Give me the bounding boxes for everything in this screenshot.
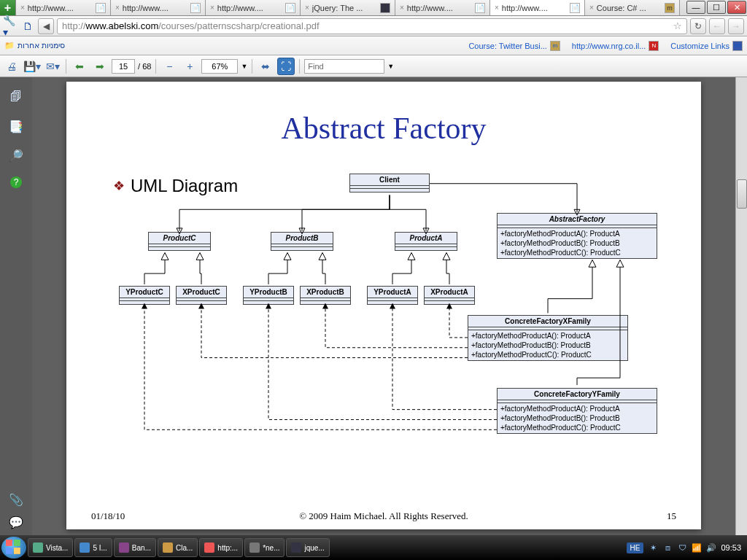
uml-diagram: Client ProductC ProductB ProductA YProdu…: [88, 169, 679, 500]
uml-xproductC: XProductC: [176, 286, 227, 305]
svg-rect-21: [14, 548, 20, 554]
taskbar-item-2[interactable]: Ban...: [114, 538, 156, 557]
uml-abstract-factory: AbstractFactory +factoryMethodProductA()…: [497, 213, 657, 259]
svg-rect-19: [14, 540, 20, 546]
pdf-toolbar: 🖨 💾▾ ✉▾ ⬅ ➡ / 68 − + ▼ ⬌ ⛶ ▼: [0, 55, 747, 77]
taskbar-item-0[interactable]: Vista...: [28, 538, 73, 557]
taskbar-item-1[interactable]: 5 I...: [74, 538, 112, 557]
taskbar-item-4[interactable]: http:...: [199, 538, 243, 557]
svg-marker-9: [443, 252, 450, 260]
tab-0[interactable]: ×http://www....📄: [16, 0, 111, 15]
taskbar-item-5[interactable]: *ne...: [244, 538, 285, 557]
find-input[interactable]: [304, 59, 384, 74]
minimize-button[interactable]: —: [686, 1, 705, 14]
zoom-out-button[interactable]: −: [160, 58, 178, 75]
save-button[interactable]: 💾▾: [23, 58, 41, 75]
uml-productC: ProductC: [148, 232, 211, 251]
volume-icon[interactable]: 🔊: [706, 542, 716, 553]
svg-marker-10: [589, 260, 596, 267]
page-total-label: / 68: [138, 62, 151, 71]
browser-tabs-row: + ×http://www....📄 ×http://www....📄 ×htt…: [0, 0, 747, 16]
taskbar-item-3[interactable]: Cla...: [158, 538, 198, 557]
maximize-button[interactable]: ☐: [707, 1, 726, 14]
scrollbar-thumb[interactable]: [737, 179, 747, 209]
tab-4[interactable]: ×http://www....📄: [395, 0, 490, 15]
back-button[interactable]: ◀: [38, 18, 54, 34]
system-tray: HE ✶ ⧈ 🛡 📶 🔊 09:53: [627, 542, 746, 553]
zoom-input[interactable]: [201, 59, 238, 74]
svg-marker-4: [161, 252, 169, 260]
footer-copyright: © 2009 Haim Michael. All Rights Reserved…: [66, 510, 701, 522]
uml-concrete-x: ConcreteFactoryXFamily +factoryMethodPro…: [468, 315, 628, 361]
uml-xproductB: XProductB: [300, 286, 351, 305]
tab-1[interactable]: ×http://www....📄: [111, 0, 206, 15]
clock[interactable]: 09:53: [721, 543, 741, 552]
svg-marker-5: [196, 252, 204, 260]
uml-xproductA: XProductA: [424, 286, 475, 305]
bookmarks-folder[interactable]: 📁סימניות אחרות: [4, 41, 65, 50]
bookmark-link-1[interactable]: http://www.nrg.co.il...N: [572, 41, 659, 51]
new-tab-button[interactable]: +: [0, 0, 16, 15]
svg-marker-8: [408, 252, 415, 260]
bookmark-link-2[interactable]: Customize LinksM: [670, 41, 743, 51]
bookmark-star-icon[interactable]: ☆: [673, 20, 682, 31]
uml-productB: ProductB: [271, 232, 333, 251]
start-button[interactable]: [1, 537, 26, 559]
bookmarks-panel-icon[interactable]: 📑: [9, 118, 23, 134]
tab-6[interactable]: ×Course: C# ...m: [585, 0, 680, 15]
taskbar-item-6[interactable]: jque...: [286, 538, 329, 557]
svg-marker-11: [616, 260, 624, 267]
email-button[interactable]: ✉▾: [44, 58, 61, 75]
uml-concrete-y: ConcreteFactoryYFamily +factoryMethodPro…: [497, 388, 657, 434]
history-back-button[interactable]: ←: [709, 18, 725, 34]
zoom-in-button[interactable]: +: [181, 58, 198, 75]
attachments-icon[interactable]: 📎: [9, 493, 23, 507]
page-menu-icon[interactable]: 🗋: [20, 19, 35, 34]
bookmarks-bar: 📁סימניות אחרות Course: Twitter Busi...m …: [0, 36, 747, 55]
pdf-sidebar: 🗐 📑 🔎 ?: [0, 77, 32, 535]
tray-icon[interactable]: 🛡: [677, 542, 687, 553]
prev-page-button[interactable]: ⬅: [71, 58, 88, 75]
folder-icon: 📁: [4, 41, 15, 50]
uml-yproductC: YProductC: [119, 286, 170, 305]
comments-icon[interactable]: 💬: [9, 516, 23, 529]
fit-width-button[interactable]: ⬌: [257, 58, 274, 75]
language-indicator[interactable]: HE: [627, 542, 644, 553]
close-window-button[interactable]: ✕: [727, 1, 746, 14]
tray-icon[interactable]: ✶: [648, 542, 658, 553]
history-forward-button[interactable]: →: [728, 18, 744, 34]
vertical-scrollbar[interactable]: [735, 77, 747, 535]
uml-yproductA: YProductA: [367, 286, 418, 305]
pages-panel-icon[interactable]: 🗐: [9, 89, 23, 105]
footer-page-number: 15: [667, 510, 676, 522]
next-page-button[interactable]: ➡: [91, 58, 109, 75]
fit-page-button[interactable]: ⛶: [277, 58, 295, 75]
pdf-viewer: 🗐 📑 🔎 ? 📎 💬 Abstract Factory ❖ UML Diagr…: [0, 77, 747, 535]
search-panel-icon[interactable]: 🔎: [9, 147, 23, 163]
uml-yproductB: YProductB: [243, 286, 294, 305]
help-icon[interactable]: ?: [10, 176, 22, 188]
uml-client: Client: [349, 174, 430, 192]
reload-button[interactable]: ↻: [690, 18, 706, 34]
svg-rect-18: [6, 540, 12, 546]
wrench-menu-icon[interactable]: 🔧▾: [3, 19, 18, 34]
slide-title: Abstract Factory: [66, 111, 701, 146]
pdf-page: Abstract Factory ❖ UML Diagram Client Pr…: [66, 82, 701, 529]
uml-productA: ProductA: [395, 232, 457, 251]
svg-marker-6: [284, 252, 291, 260]
address-bar-row: 🔧▾ 🗋 ◀ http://www.abelski.com/courses/pa…: [0, 16, 747, 36]
print-button[interactable]: 🖨: [3, 58, 20, 75]
svg-marker-7: [319, 252, 326, 260]
tray-icon[interactable]: ⧈: [662, 542, 673, 553]
tray-icon[interactable]: 📶: [692, 542, 702, 553]
bookmark-link-0[interactable]: Course: Twitter Busi...m: [468, 41, 560, 51]
url-input[interactable]: http://www.abelski.com/courses/patternsc…: [57, 18, 687, 34]
tab-5[interactable]: ×http://www....📄: [490, 0, 585, 15]
svg-rect-20: [6, 548, 12, 554]
tab-2[interactable]: ×http://www....📄: [206, 0, 301, 15]
tab-3[interactable]: ×jQuery: The ...j: [301, 0, 395, 15]
page-number-input[interactable]: [112, 59, 135, 74]
windows-taskbar: Vista... 5 I... Ban... Cla... http:... *…: [0, 535, 747, 560]
